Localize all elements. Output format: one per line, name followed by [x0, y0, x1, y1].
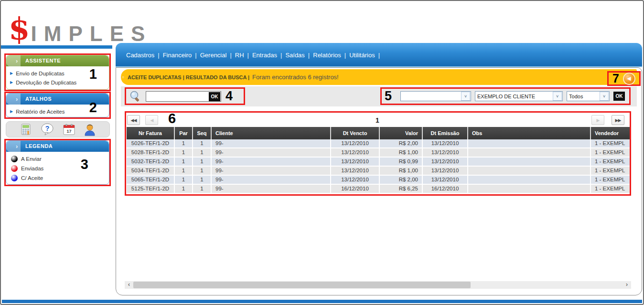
table-cell: 13/12/2010 — [330, 167, 379, 175]
annotation-box-6: 6 ◀◀ ◀ 1 ▶ ▶▶ Nr FaturaParSeqClienteDt V… — [125, 111, 631, 196]
table-cell: 99- — [211, 185, 330, 193]
column-header: Par — [174, 127, 192, 139]
annotation-number-3: 3 — [81, 158, 88, 171]
content-panel: ACEITE DUPLICATAS | RESULTADO DA BUSCA |… — [116, 67, 642, 295]
filter-select-1[interactable]: ˅ — [400, 91, 471, 101]
table-cell: 1 - EXEMPL — [590, 167, 630, 175]
table-cell: 99- — [211, 158, 330, 166]
nav-separator: | — [247, 52, 249, 59]
column-header: Seq — [192, 127, 211, 139]
nav-separator: | — [280, 52, 282, 59]
table-cell: 13/12/2010 — [422, 167, 467, 175]
column-header: Obs — [467, 127, 590, 139]
table-cell: 16/12/2010 — [330, 185, 379, 193]
table-row[interactable]: 5032-TEF/1-2D1199-13/12/2010R$ 0,9913/12… — [127, 158, 630, 167]
nav-separator: | — [344, 52, 346, 59]
legend-item-a-enviar: A Enviar — [9, 154, 107, 164]
chevron-down-icon: ˅ — [461, 92, 470, 101]
table-row[interactable]: 5065-TEF/1-2D1199-13/12/2010R$ 2,0013/12… — [127, 176, 630, 185]
scroll-left-arrow[interactable]: ‹ — [126, 281, 132, 289]
table-cell: 1 - EXEMPL — [590, 158, 630, 166]
table-cell: 99- — [211, 148, 330, 157]
table-cell: 13/12/2010 — [330, 148, 379, 157]
filter-ok-button[interactable]: OK — [613, 92, 625, 101]
filter-select-client[interactable]: EXEMPLO DE CLIENTE ˅ — [475, 91, 563, 101]
nav-item-entradas[interactable]: Entradas — [252, 52, 277, 59]
table-cell: 13/12/2010 — [422, 148, 467, 157]
table-cell — [467, 176, 590, 184]
nav-menu: Cadastros|Financeiro|Gerencial|RH|Entrad… — [116, 43, 642, 59]
nav-item-utilitarios[interactable]: Utilitários — [349, 52, 375, 59]
last-page-button[interactable]: ▶▶ — [612, 115, 624, 125]
nav-item-relatorios[interactable]: Relatórios — [313, 52, 341, 59]
nav-item-rh[interactable]: RH — [235, 52, 244, 59]
nav-item-cadastros[interactable]: Cadastros — [126, 52, 154, 59]
table-cell: 1 - EXEMPL — [590, 139, 630, 147]
sidebar-item-label: Devolução de Duplicatas — [16, 80, 76, 85]
table-cell: 1 — [174, 167, 192, 175]
table-cell: 5028-TEF/1-2D — [127, 148, 174, 157]
first-page-button[interactable]: ◀◀ — [127, 115, 140, 125]
filter-select-todos[interactable]: Todos ˅ — [567, 91, 610, 101]
sidebar-icon-toolbar: ? 17 — [6, 121, 110, 137]
chevron-icon: › — [16, 55, 18, 66]
column-header: Cliente — [211, 127, 330, 139]
nav-item-gerencial[interactable]: Gerencial — [200, 52, 227, 59]
filter-toolbar: OK 4 5 ˅ EXEMPLO DE CLIENTE ˅ Todos ˅ — [121, 86, 637, 106]
table-row[interactable]: 5034-TEF/1-2D1199-13/12/2010R$ 1,0013/12… — [127, 167, 630, 176]
help-icon[interactable]: ? — [40, 123, 54, 136]
annotation-number-5: 5 — [385, 90, 392, 103]
results-table: Nr FaturaParSeqClienteDt VenctoValorDt E… — [127, 127, 630, 194]
table-cell — [467, 185, 590, 193]
table-cell: 1 — [192, 148, 211, 157]
annotation-number-7: 7 — [612, 73, 619, 84]
nav-item-saidas[interactable]: Saídas — [285, 52, 304, 59]
table-cell — [467, 158, 590, 166]
table-header-row: Nr FaturaParSeqClienteDt VenctoValorDt E… — [127, 127, 630, 139]
legenda-title: LEGENDA — [25, 143, 53, 149]
annotation-box-3: › LEGENDA A Enviar Enviadas C/ Aceite 3 — [4, 139, 111, 186]
table-cell: 13/12/2010 — [330, 158, 379, 166]
annotation-number-6: 6 — [168, 112, 176, 126]
table-cell: 13/12/2010 — [330, 176, 379, 184]
table-cell: 1 — [192, 158, 211, 166]
nav-separator: | — [195, 52, 196, 59]
search-ok-button[interactable]: OK — [209, 92, 220, 101]
nav-separator: | — [158, 52, 159, 59]
scroll-right-arrow[interactable]: › — [623, 281, 630, 289]
table-row[interactable]: 5125-TEF/1-2D1199-16/12/2010R$ 6,2516/12… — [127, 185, 630, 194]
user-icon[interactable] — [84, 123, 96, 136]
legend-dot-black — [11, 156, 18, 162]
annotation-box-2: › ATALHOS ▶ Relatório de Aceites 2 — [4, 92, 111, 119]
calculator-icon[interactable] — [20, 123, 32, 136]
table-row[interactable]: 5026-TEF/1-2D1199-13/12/2010R$ 2,0013/12… — [127, 139, 630, 148]
calendar-icon[interactable]: 17 — [63, 123, 75, 136]
next-page-button[interactable]: ▶ — [591, 115, 604, 125]
banner-breadcrumb: ACEITE DUPLICATAS | RESULTADO DA BUSCA | — [128, 74, 249, 80]
bullet-arrow-icon: ▶ — [10, 109, 13, 114]
prev-page-button[interactable]: ◀ — [145, 115, 158, 125]
legend-label: A Enviar — [21, 156, 42, 162]
table-cell: 5065-TEF/1-2D — [127, 176, 174, 184]
table-row[interactable]: 5028-TEF/1-2D1199-13/12/2010R$ 1,0013/12… — [127, 148, 630, 158]
table-cell: 99- — [211, 167, 330, 175]
horizontal-scrollbar[interactable]: ‹ › — [125, 281, 631, 289]
scrollbar-thumb[interactable] — [133, 282, 471, 288]
annotation-number-1: 1 — [89, 67, 97, 81]
table-cell: 13/12/2010 — [422, 176, 467, 184]
table-cell: 1 — [192, 176, 211, 184]
nav-separator: | — [308, 52, 310, 59]
svg-text:?: ? — [45, 125, 50, 132]
table-cell: 1 - EXEMPL — [590, 185, 630, 193]
annotation-number-4: 4 — [225, 90, 233, 103]
nav-item-financeiro[interactable]: Financeiro — [163, 52, 192, 59]
table-cell: 16/12/2010 — [422, 185, 467, 193]
logo-text: IMPLES — [31, 25, 152, 42]
logo-dollar-icon: $ — [9, 15, 30, 43]
table-cell: 1 — [174, 185, 192, 193]
back-button[interactable]: ◀ — [623, 73, 635, 85]
annotation-number-2: 2 — [89, 101, 97, 115]
table-cell: 1 - EXEMPL — [590, 176, 630, 184]
atalhos-title: ATALHOS — [25, 96, 52, 102]
chevron-down-icon: ˅ — [553, 92, 562, 101]
